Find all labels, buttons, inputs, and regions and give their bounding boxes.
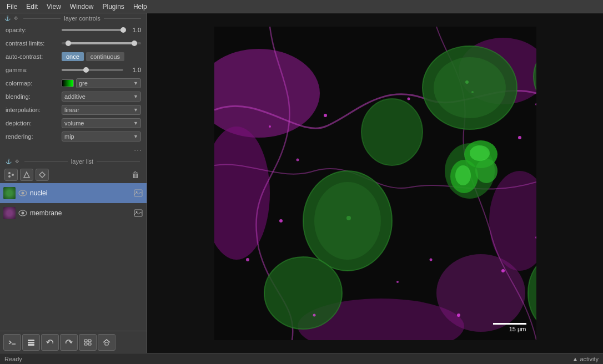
labels-tool-button[interactable] [36,169,49,181]
eye-icon-membrane [18,210,27,216]
bio-canvas [214,27,536,340]
svg-point-81 [246,258,249,261]
auto-contrast-control: once continuous [62,52,141,61]
eye-icon [18,190,27,196]
move2-icon: ✥ [13,158,21,165]
svg-point-57 [455,165,471,185]
viewer[interactable]: 15 μm [147,13,603,353]
eye-icon-nuclei[interactable] [18,189,28,197]
menu-plugins[interactable]: Plugins [98,2,129,12]
menu-window[interactable]: Window [66,2,98,12]
svg-point-75 [313,314,315,316]
blending-dropdown[interactable]: additive ▼ [62,92,141,102]
interpolation-label: interpolation: [6,107,58,113]
points-icon [7,171,15,179]
layer-thumb-nuclei [3,187,16,199]
colormap-dropdown[interactable]: gre ▼ [76,78,141,88]
redo-button[interactable] [60,334,78,351]
colormap-arrow: ▼ [133,80,138,86]
rendering-dropdown[interactable]: mip ▼ [62,132,141,141]
layers-button[interactable] [22,334,40,351]
colormap-label: colormap: [6,80,58,87]
colormap-preview [62,79,74,87]
blending-arrow: ▼ [133,94,138,99]
three-dot-menu[interactable]: ··· [0,143,147,156]
menu-help[interactable]: Help [129,2,152,12]
menu-edit[interactable]: Edit [22,2,42,12]
layer-list-toolbar: 🗑 [0,166,147,183]
undo-button[interactable] [41,334,59,351]
opacity-control: 1.0 [62,27,141,33]
svg-point-71 [279,219,283,223]
svg-point-78 [396,281,399,283]
gamma-control: 1.0 [62,67,141,73]
layer-thumb-membrane [3,207,16,219]
depiction-control: volume ▼ [62,118,141,128]
left-panel: ⚓ ✥ layer controls opacity: 1.0 [0,13,147,353]
section-divider: ⚓ ✥ layer list [0,156,147,166]
microscopy-image: 15 μm [214,27,536,340]
console-button[interactable] [3,334,21,351]
grid-button[interactable] [79,334,97,351]
continuous-button[interactable]: continuous [86,52,124,61]
contrast-thumb-left[interactable] [66,41,71,46]
interpolation-control: linear ▼ [62,105,141,115]
move-icon: ✥ [12,14,20,22]
svg-point-0 [8,172,11,174]
svg-rect-18 [84,343,87,345]
svg-point-83 [296,158,299,161]
layer-image-icon-membrane [133,208,143,218]
contrast-slider[interactable] [62,42,141,44]
svg-rect-10 [134,210,142,216]
layer-item-membrane[interactable]: membrane [0,203,147,223]
home-icon [102,338,111,346]
svg-point-5 [22,192,24,195]
scale-bar: 15 μm [493,323,526,332]
layer-controls-section: ⚓ ✥ layer controls opacity: 1.0 [0,13,147,156]
bottom-toolbar [0,331,147,353]
rendering-arrow: ▼ [133,134,138,139]
eye-icon-membrane[interactable] [18,209,28,217]
contrast-label: contrast limits: [6,40,58,47]
menu-view[interactable]: View [42,2,66,12]
svg-point-73 [501,269,505,272]
gamma-slider[interactable] [62,69,123,71]
interpolation-dropdown[interactable]: linear ▼ [62,105,141,115]
svg-point-55 [475,159,498,183]
grid-icon [83,338,92,346]
interpolation-row: interpolation: linear ▼ [0,103,147,117]
svg-point-2 [8,175,11,178]
shapes-tool-button[interactable] [20,169,33,181]
layer-item-nuclei[interactable]: nuclei [0,183,147,203]
contrast-thumb-right[interactable] [132,41,137,46]
layer-image-icon-nuclei [133,188,143,198]
points-tool-button[interactable] [4,169,18,181]
depiction-arrow: ▼ [133,120,138,126]
menu-file[interactable]: File [2,2,22,12]
svg-point-9 [22,212,24,215]
once-button[interactable]: once [62,52,84,61]
blending-value: additive [64,93,86,100]
scale-bar-label: 15 μm [509,326,526,332]
depiction-dropdown[interactable]: volume ▼ [62,118,141,128]
svg-point-66 [324,114,327,117]
anchor-icon: ⚓ [3,14,11,22]
status-ready: Ready [4,356,22,362]
image-icon [134,189,143,197]
delete-layer-button[interactable]: 🗑 [129,169,142,181]
console-icon [8,338,17,346]
gamma-row: gamma: 1.0 [0,63,147,77]
svg-marker-3 [24,172,29,178]
svg-point-47 [314,182,381,260]
home-button[interactable] [98,334,115,351]
blending-row: blending: additive ▼ [0,90,147,103]
layer-name-nuclei: nuclei [30,189,131,197]
gamma-label: gamma: [6,67,58,73]
opacity-slider[interactable] [62,29,123,31]
colormap-value: gre [79,80,88,87]
activity-button[interactable]: ▲ activity [572,356,599,362]
shapes-icon [23,171,31,179]
colormap-row: colormap: gre ▼ [0,77,147,90]
svg-point-72 [429,258,432,261]
svg-point-27 [436,254,525,332]
